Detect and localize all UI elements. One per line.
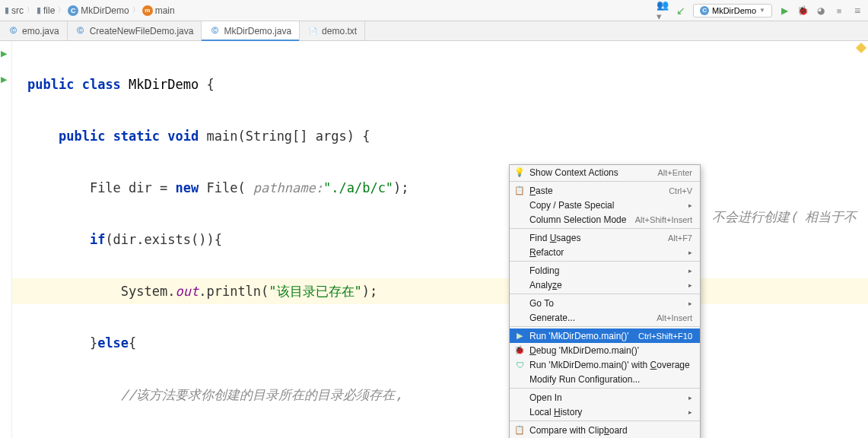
kw: new	[175, 180, 199, 195]
menu-shortcut: Alt+Insert	[657, 313, 692, 322]
code-text: File(	[199, 180, 253, 195]
debug-button[interactable]: 🐞	[796, 5, 809, 17]
menu-item-run-mkdirdemo-main[interactable]: ▶Run 'MkDirDemo.main()'Ctrl+Shift+F10	[510, 328, 700, 343]
tab-mkdirdemo[interactable]: ⒸMkDirDemo.java	[202, 21, 300, 40]
kw: else	[97, 335, 129, 351]
menu-item-show-context-actions[interactable]: 💡Show Context ActionsAlt+Enter	[510, 165, 700, 179]
menu-item-label: Open In	[529, 392, 562, 403]
menu-separator	[510, 326, 700, 327]
menu-item-label: Run 'MkDirDemo.main()' with Coverage	[529, 360, 690, 370]
menu-item-label: Generate...	[529, 313, 575, 323]
code-text: File dir =	[90, 180, 176, 195]
menu-separator	[510, 228, 700, 229]
menu-item-compare-with-clipboard[interactable]: 📋Compare with Clipboard	[510, 423, 700, 437]
menu-item-label: Compare with Clipboard	[529, 425, 628, 436]
run-config-selector[interactable]: C MkDirDemo ▼	[693, 4, 772, 17]
menu-item-label: Paste	[529, 186, 553, 196]
menu-shortcut: Ctrl+V	[669, 186, 692, 195]
run-gutter-icon[interactable]: ▶	[1, 75, 7, 84]
run-button[interactable]: ▶	[778, 5, 790, 17]
code-text: {	[199, 77, 214, 92]
class-icon: C	[700, 6, 709, 15]
breadcrumb-item-class[interactable]: CMkDirDemo	[68, 5, 129, 16]
text-file-icon: 📄	[307, 26, 318, 36]
top-navigation: ▮src 〉 ▮file 〉 CMkDirDemo 〉 mmain 👥▾ ↙ C…	[0, 0, 868, 21]
menu-item-column-selection-mode[interactable]: Column Selection ModeAlt+Shift+Insert	[510, 212, 700, 227]
menu-item-find-usages[interactable]: Find UsagesAlt+F7	[510, 230, 700, 245]
kw: void	[167, 129, 199, 144]
tab-label: demo.txt	[322, 26, 357, 36]
run-gutter-icon[interactable]: ▶	[1, 49, 7, 59]
menu-item-label: Analyze	[529, 280, 562, 290]
menu-shortcut: Alt+Shift+Insert	[635, 215, 692, 224]
menu-item-open-in[interactable]: Open In	[510, 390, 700, 405]
breadcrumb-item-file[interactable]: ▮file	[37, 5, 55, 16]
menu-item-label: Go To	[529, 298, 554, 309]
code-text: }	[90, 335, 97, 351]
menu-item-go-to[interactable]: Go To	[510, 296, 700, 310]
breadcrumb-item-src[interactable]: ▮src	[5, 5, 24, 16]
code-editor[interactable]: public class MkDirDemo { public static v…	[12, 41, 868, 438]
chevron-right-icon: 〉	[58, 5, 65, 15]
more-icon[interactable]: ≡	[851, 5, 863, 17]
menu-item-generate[interactable]: Generate...Alt+Insert	[510, 310, 700, 325]
code-with-me-icon[interactable]: 👥▾	[657, 5, 669, 17]
update-icon[interactable]: ↙	[675, 5, 687, 17]
editor-tabs: Ⓒemo.java ⒸCreateNewFileDemo.java ⒸMkDir…	[0, 21, 868, 41]
string-literal: "./a/b/c"	[323, 180, 393, 195]
menu-separator	[510, 294, 700, 294]
menu-item-label: Folding	[529, 265, 559, 276]
code-text: .println(	[199, 284, 269, 299]
tab-label: CreateNewFileDemo.java	[90, 26, 194, 36]
menu-item-label: Show Context Actions	[529, 167, 618, 178]
menu-item-local-history[interactable]: Local History	[510, 405, 700, 419]
class-icon: C	[68, 5, 78, 16]
chevron-right-icon: 〉	[27, 5, 33, 15]
bulb-icon: 💡	[514, 167, 525, 177]
menu-item-label: Run 'MkDirDemo.main()'	[529, 331, 629, 341]
paste-icon: 📋	[514, 186, 525, 195]
kw: public	[59, 129, 105, 144]
menu-item-modify-run-configuration[interactable]: Modify Run Configuration...	[510, 372, 700, 386]
stop-button[interactable]: ■	[833, 5, 845, 17]
shield-icon: 🛡	[514, 360, 525, 370]
menu-item-label: Copy / Paste Special	[529, 200, 614, 211]
menu-item-label: Refactor	[529, 247, 564, 258]
tab-createnewfiledemo[interactable]: ⒸCreateNewFileDemo.java	[68, 21, 202, 40]
java-file-icon: Ⓒ	[75, 26, 86, 36]
kw: public	[27, 77, 74, 92]
field-ref: out	[175, 284, 199, 299]
menu-item-label: Debug 'MkDirDemo.main()'	[529, 345, 639, 356]
param-hint: pathname:	[253, 180, 323, 195]
menu-shortcut: Ctrl+Shift+F10	[638, 332, 692, 341]
tab-label: MkDirDemo.java	[224, 26, 291, 36]
menu-shortcut: Alt+F7	[668, 233, 692, 243]
menu-item-copy-paste-special[interactable]: Copy / Paste Special	[510, 198, 700, 212]
kw: if	[90, 232, 105, 247]
breadcrumb-label: src	[11, 5, 24, 16]
menu-item-folding[interactable]: Folding	[510, 263, 700, 278]
code-text: );	[362, 284, 377, 299]
java-file-icon: Ⓒ	[8, 26, 18, 36]
bug-icon: 🐞	[514, 345, 525, 355]
menu-item-refactor[interactable]: Refactor	[510, 245, 700, 259]
coverage-button[interactable]: ◕	[815, 5, 827, 17]
menu-item-label: Local History	[529, 407, 582, 417]
menu-item-analyze[interactable]: Analyze	[510, 278, 700, 292]
kw: class	[82, 77, 121, 92]
menu-separator	[510, 421, 700, 421]
tab-emo-java[interactable]: Ⓒemo.java	[0, 21, 68, 40]
tab-label: emo.java	[22, 26, 59, 36]
menu-item-paste[interactable]: 📋PasteCtrl+V	[510, 183, 700, 198]
menu-separator	[510, 388, 700, 389]
menu-item-debug-mkdirdemo-main[interactable]: 🐞Debug 'MkDirDemo.main()'	[510, 343, 700, 357]
menu-item-run-mkdirdemo-main-with-coverage[interactable]: 🛡Run 'MkDirDemo.main()' with Coverage	[510, 357, 700, 372]
code-text: (String[] args) {	[237, 129, 370, 144]
breadcrumb-label: MkDirDemo	[81, 5, 129, 16]
menu-item-label: Modify Run Configuration...	[529, 374, 640, 385]
string-literal: "该目录已存在"	[269, 284, 361, 299]
tab-demo-txt[interactable]: 📄demo.txt	[300, 21, 365, 40]
code-text: {	[129, 335, 136, 351]
clip-icon: 📋	[514, 425, 525, 435]
breadcrumb-item-method[interactable]: mmain	[142, 5, 175, 16]
